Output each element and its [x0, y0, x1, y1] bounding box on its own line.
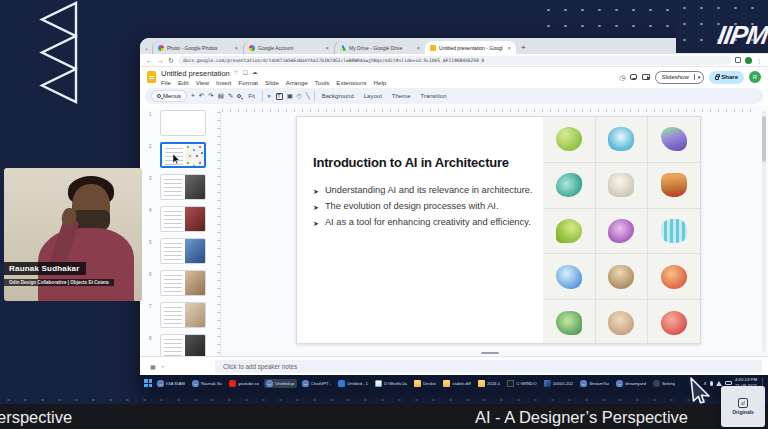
slide-thumbnail-5[interactable]: 5	[160, 238, 215, 264]
forward-icon[interactable]: →	[157, 57, 164, 64]
taskbar-chrome-iga[interactable]: IGA SIAM	[155, 379, 187, 388]
tab-close-icon[interactable]: ×	[326, 45, 330, 51]
gallery-cell[interactable]	[543, 163, 595, 208]
browser-tab[interactable]: Photo - Google Photos ×	[152, 41, 243, 54]
browser-menu-icon[interactable]: ⋮	[756, 57, 762, 64]
taskbar-settings[interactable]: Setting	[651, 379, 677, 388]
slideshow-dropdown-icon[interactable]: ▾	[694, 74, 704, 80]
paint-format-icon[interactable]: ✎	[228, 93, 233, 100]
taskbar-chrome-chatgpt[interactable]: ChatGPT -	[300, 379, 333, 388]
menu-item[interactable]: Help	[374, 79, 387, 86]
new-tab-button[interactable]: +	[521, 43, 526, 52]
browser-tab[interactable]: Google Account ×	[243, 41, 334, 54]
battery-icon[interactable]	[725, 381, 732, 385]
slide-bullet-list[interactable]: ➤ Understanding AI and its relevance in …	[313, 183, 545, 231]
speaker-notes-input[interactable]: Click to add speaker notes	[215, 360, 762, 373]
wifi-icon[interactable]	[716, 381, 722, 386]
text-box-icon[interactable]: T	[276, 93, 283, 100]
menu-item[interactable]: Arrange	[286, 79, 308, 86]
slide-thumbnail-7[interactable]: 7	[160, 302, 215, 328]
menu-item[interactable]: View	[196, 79, 209, 86]
taskbar-chrome-dreamyard[interactable]: dreamyard	[614, 379, 648, 388]
taskbar-app-untitled[interactable]: Untitled - 1	[336, 379, 370, 388]
menu-item[interactable]: Format	[238, 79, 258, 86]
back-icon[interactable]: ←	[146, 57, 153, 64]
menu-item[interactable]: Edit	[178, 79, 189, 86]
scrollbar-thumb[interactable]	[762, 116, 766, 162]
slide-thumbnail-4[interactable]: 4	[160, 206, 215, 232]
toolbar-text-button[interactable]: Theme	[389, 93, 414, 99]
taskbar-youtube[interactable]: youtube.co	[227, 379, 261, 388]
insert-shape-icon[interactable]: ◇	[297, 93, 302, 100]
address-bar[interactable]: docs.google.com/presentation/d/14nKT1A5A…	[178, 56, 731, 65]
menu-item[interactable]: Extensions	[336, 79, 366, 86]
taskbar-chrome-untitled[interactable]: Untitled.pr	[264, 379, 297, 388]
menu-item[interactable]: File	[161, 79, 171, 86]
tab-close-icon[interactable]: ×	[235, 45, 239, 51]
slide-title[interactable]: Introduction to AI in Architecture	[313, 155, 573, 170]
redo-icon[interactable]: ↷	[208, 93, 213, 100]
gallery-cell[interactable]	[648, 300, 700, 343]
toolbar-text-button[interactable]: Layout	[361, 93, 385, 99]
start-button[interactable]	[144, 379, 152, 387]
taskbar-chrome-streamyard[interactable]: StreamYar	[578, 379, 611, 388]
google-slides-logo[interactable]	[147, 71, 156, 83]
taskbar-chrome-raunak[interactable]: Raunak Su	[190, 379, 224, 388]
slide-thumbnail-6[interactable]: 6	[160, 270, 215, 296]
gallery-cell[interactable]	[596, 254, 648, 299]
extensions-icon[interactable]	[735, 57, 741, 63]
gallery-cell[interactable]	[648, 163, 700, 208]
insert-line-icon[interactable]: ╲	[306, 93, 310, 100]
gallery-cell[interactable]	[648, 209, 700, 254]
select-tool-icon[interactable]: ➤	[266, 92, 273, 99]
browser-tab[interactable]: My Drive - Google Drive ×	[334, 41, 425, 54]
new-slide-icon[interactable]: +	[191, 93, 195, 100]
slide-thumbnail-2[interactable]: 2	[160, 142, 215, 168]
version-history-icon[interactable]: ◷	[619, 74, 625, 81]
tab-close-icon[interactable]: ×	[508, 45, 512, 51]
gallery-cell[interactable]	[648, 254, 700, 299]
zoom-icon[interactable]	[237, 94, 241, 98]
toolbar-text-button[interactable]: Transition	[417, 93, 449, 99]
browser-profile-avatar[interactable]	[745, 57, 752, 64]
gallery-cell[interactable]	[596, 163, 648, 208]
slide-thumbnail-3[interactable]: 3	[160, 174, 215, 200]
current-slide[interactable]: Introduction to AI in Architecture ➤ Und…	[296, 116, 701, 344]
collapse-filmstrip-icon[interactable]: ‹	[162, 363, 164, 370]
gallery-cell[interactable]	[543, 117, 595, 162]
gallery-cell[interactable]	[596, 300, 648, 343]
share-button[interactable]: Share	[709, 71, 744, 84]
menu-item[interactable]: Insert	[216, 79, 231, 86]
meet-icon[interactable]	[642, 74, 650, 80]
gallery-cell[interactable]	[596, 209, 648, 254]
horizontal-scroll-dash[interactable]	[481, 352, 499, 354]
gallery-cell[interactable]	[596, 117, 648, 162]
taskbar-cmd[interactable]: C:\WINDO	[505, 379, 538, 388]
gallery-cell[interactable]	[543, 209, 595, 254]
taskbar-folder-stable-diff[interactable]: stable-diff	[441, 379, 473, 388]
fit-zoom-select[interactable]: Fit	[245, 93, 258, 99]
move-folder-icon[interactable]: ▢	[243, 70, 248, 76]
gallery-cell[interactable]	[543, 300, 595, 343]
print-icon[interactable]: ▤	[218, 93, 224, 100]
star-icon[interactable]: ☆	[234, 70, 239, 76]
menu-item[interactable]: Slide	[265, 79, 279, 86]
taskbar-image-viewer[interactable]: 00000-202	[542, 379, 576, 388]
reload-icon[interactable]: ↻	[168, 57, 174, 64]
gallery-cell[interactable]	[543, 254, 595, 299]
taskbar-folder-desktop[interactable]: Deskto	[412, 379, 438, 388]
taskbar-notepad[interactable]: D:\Shells\Ja	[373, 379, 409, 388]
account-avatar[interactable]: R	[749, 71, 761, 83]
taskbar-folder-2024[interactable]: 2024-0	[476, 379, 502, 388]
comments-icon[interactable]	[630, 74, 637, 80]
insert-image-icon[interactable]: ▣	[287, 93, 293, 100]
slide-thumbnail-1[interactable]: 1	[160, 110, 215, 136]
slide-thumbnail-8[interactable]: 8	[160, 334, 215, 356]
menu-item[interactable]: Tools	[315, 79, 329, 86]
toolbar-text-button[interactable]: Background	[319, 93, 357, 99]
gallery-cell[interactable]	[648, 117, 700, 162]
browser-tab[interactable]: Untitled presentation - Googl ×	[425, 41, 516, 54]
undo-icon[interactable]: ↶	[199, 93, 204, 100]
document-title[interactable]: Untitled presentation	[161, 69, 230, 78]
tab-close-icon[interactable]: ×	[417, 45, 421, 51]
